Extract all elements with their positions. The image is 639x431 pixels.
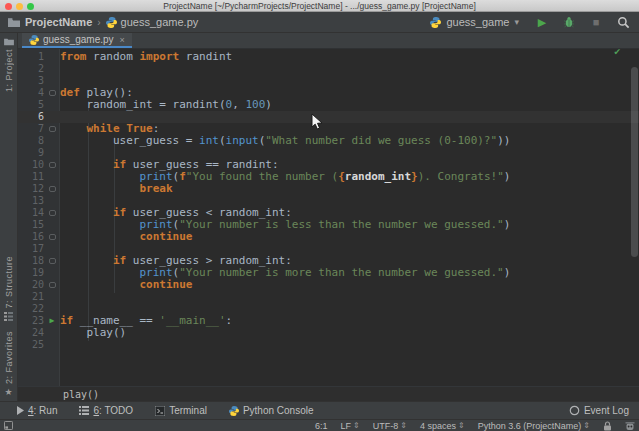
editor-scrollbar[interactable] bbox=[631, 67, 638, 257]
fold-icon[interactable] bbox=[44, 87, 60, 99]
line-number[interactable]: 3 bbox=[18, 75, 44, 87]
run-config-selector[interactable]: guess_game ▾ bbox=[426, 14, 523, 30]
fold-icon[interactable] bbox=[44, 231, 60, 243]
breadcrumb-project[interactable]: ProjectName bbox=[25, 16, 92, 28]
breadcrumb-file[interactable]: guess_game.py bbox=[121, 16, 199, 28]
gutter-space bbox=[44, 171, 60, 183]
code-text: play() bbox=[60, 327, 126, 339]
updown-chevron-icon: ⇕ bbox=[458, 421, 465, 430]
line-number[interactable]: 19 bbox=[18, 267, 44, 279]
gutter-space bbox=[44, 135, 60, 147]
gutter-space bbox=[44, 303, 60, 315]
terminal-icon bbox=[155, 406, 165, 416]
fold-icon[interactable] bbox=[44, 279, 60, 291]
fold-icon[interactable] bbox=[44, 255, 60, 267]
stop-button[interactable]: ■ bbox=[588, 14, 604, 30]
code-line[interactable]: 16 continue bbox=[18, 231, 639, 243]
line-separator-widget[interactable]: LF⇕ bbox=[341, 421, 360, 431]
tab-label: guess_game.py bbox=[43, 34, 114, 45]
bug-icon bbox=[563, 16, 575, 28]
minimize-window-button[interactable] bbox=[16, 3, 23, 10]
line-number[interactable]: 25 bbox=[18, 339, 44, 351]
line-number[interactable]: 1 bbox=[18, 51, 44, 63]
toolwindow-python-console[interactable]: Python Console bbox=[229, 405, 314, 416]
hector-inspections-icon[interactable] bbox=[625, 421, 635, 431]
gutter-space bbox=[44, 339, 60, 351]
line-number[interactable]: 9 bbox=[18, 147, 44, 159]
code-line[interactable]: 20 continue bbox=[18, 279, 639, 291]
line-number[interactable]: 18 bbox=[18, 255, 44, 267]
play-icon: ▶ bbox=[538, 17, 546, 28]
search-everywhere-button[interactable] bbox=[615, 14, 631, 30]
zoom-window-button[interactable] bbox=[27, 3, 34, 10]
indent-widget[interactable]: 4 spaces⇕ bbox=[420, 421, 465, 431]
code-line[interactable]: 8 user_guess = int(input("What number di… bbox=[18, 135, 639, 147]
encoding-widget[interactable]: UTF-8⇕ bbox=[373, 421, 407, 431]
code-line[interactable]: 24 play() bbox=[18, 327, 639, 339]
code-text: continue bbox=[60, 231, 192, 243]
window-title: ProjectName [~/PycharmProjects/ProjectNa… bbox=[163, 1, 476, 11]
event-log-button[interactable]: Event Log bbox=[569, 405, 629, 416]
line-number[interactable]: 13 bbox=[18, 195, 44, 207]
line-number[interactable]: 6 bbox=[18, 111, 44, 123]
stripe-item-structure[interactable]: 7: Structure bbox=[4, 256, 14, 309]
star-icon: ★ bbox=[4, 387, 12, 397]
code-line[interactable]: 25 bbox=[18, 339, 639, 351]
code-editor[interactable]: ✔ 1from random import randint234def play… bbox=[18, 49, 639, 386]
fold-icon[interactable] bbox=[44, 183, 60, 195]
code-line[interactable]: 5 random_int = randint(0, 100) bbox=[18, 99, 639, 111]
debug-button[interactable] bbox=[561, 14, 577, 30]
run-line-icon[interactable]: ▶ bbox=[44, 315, 60, 327]
window-controls bbox=[5, 3, 34, 10]
title-bar: ProjectName [~/PycharmProjects/ProjectNa… bbox=[0, 0, 639, 12]
code-line[interactable]: 1from random import randint bbox=[18, 51, 639, 63]
line-number[interactable]: 8 bbox=[18, 135, 44, 147]
line-number[interactable]: 11 bbox=[18, 171, 44, 183]
line-number[interactable]: 7 bbox=[18, 123, 44, 135]
toolwindow-toggle-icon[interactable] bbox=[4, 421, 13, 430]
line-number[interactable]: 16 bbox=[18, 231, 44, 243]
line-number[interactable]: 12 bbox=[18, 183, 44, 195]
line-number[interactable]: 20 bbox=[18, 279, 44, 291]
breadcrumb-context[interactable]: play() bbox=[63, 389, 99, 400]
fold-icon[interactable] bbox=[44, 123, 60, 135]
search-icon bbox=[617, 16, 630, 29]
stripe-item-project[interactable]: 1: Project bbox=[4, 49, 14, 92]
tab-guess-game[interactable]: guess_game.py × bbox=[22, 33, 132, 48]
interpreter-widget[interactable]: Python 3.6 (ProjectName)⇕ bbox=[478, 421, 590, 431]
line-number[interactable]: 17 bbox=[18, 243, 44, 255]
line-number[interactable]: 14 bbox=[18, 207, 44, 219]
line-number[interactable]: 22 bbox=[18, 303, 44, 315]
toolwindow-terminal[interactable]: Terminal bbox=[155, 405, 207, 416]
structure-icon bbox=[4, 312, 13, 321]
fold-icon[interactable] bbox=[44, 159, 60, 171]
stripe-item-favorites[interactable]: 2: Favorites bbox=[4, 331, 14, 384]
line-number[interactable]: 5 bbox=[18, 99, 44, 111]
line-number[interactable]: 24 bbox=[18, 327, 44, 339]
lock-icon[interactable] bbox=[603, 421, 612, 431]
tab-close-icon[interactable]: × bbox=[120, 35, 125, 45]
python-file-icon[interactable] bbox=[106, 17, 117, 28]
fold-icon[interactable] bbox=[44, 207, 60, 219]
gutter-space bbox=[44, 327, 60, 339]
line-number[interactable]: 2 bbox=[18, 63, 44, 75]
code-line[interactable]: 21 bbox=[18, 291, 639, 303]
caret-position[interactable]: 6:1 bbox=[315, 421, 328, 431]
stop-icon: ■ bbox=[593, 17, 600, 28]
gutter-space bbox=[44, 99, 60, 111]
code-line[interactable]: 12 break bbox=[18, 183, 639, 195]
run-button[interactable]: ▶ bbox=[534, 14, 550, 30]
line-number[interactable]: 10 bbox=[18, 159, 44, 171]
line-number[interactable]: 21 bbox=[18, 291, 44, 303]
toolwindow-todo[interactable]: 6: TODO bbox=[79, 405, 133, 416]
close-window-button[interactable] bbox=[5, 3, 12, 10]
code-line[interactable]: 2 bbox=[18, 63, 639, 75]
line-number[interactable]: 4 bbox=[18, 87, 44, 99]
line-number[interactable]: 23 bbox=[18, 315, 44, 327]
editor-lines: 1from random import randint234def play()… bbox=[18, 51, 639, 351]
updown-chevron-icon: ⇕ bbox=[583, 421, 590, 430]
event-log-icon bbox=[569, 405, 580, 416]
line-number[interactable]: 15 bbox=[18, 219, 44, 231]
gutter-space bbox=[44, 195, 60, 207]
toolwindow-run[interactable]: 4: Run bbox=[16, 405, 57, 416]
